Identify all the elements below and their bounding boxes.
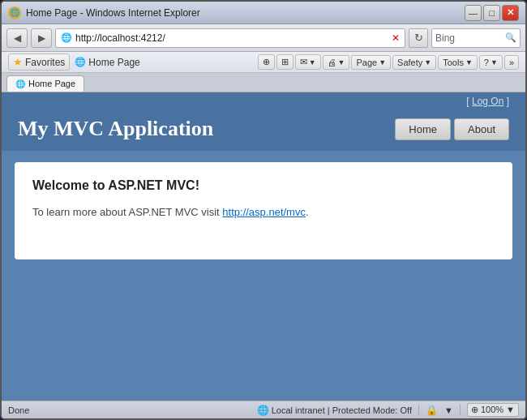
help-button[interactable]: ? ▼ — [479, 55, 503, 70]
safety-chevron: ▼ — [424, 58, 431, 66]
favorites-bar: ★ Favorites 🌐 Home Page ⊕ ⊞ ✉ ▼ 🖨 ▼ Page — [2, 52, 525, 73]
content-body-text: To learn more about ASP.NET MVC visit — [32, 206, 222, 218]
maximize-button[interactable]: □ — [483, 5, 500, 21]
tab-bar: 🌐 Home Page — [2, 73, 525, 92]
browser-icon: 🌐 — [8, 6, 21, 19]
print-chevron: ▼ — [338, 58, 345, 66]
close-button[interactable]: ✕ — [502, 5, 519, 21]
tab-label: Home Page — [28, 79, 75, 88]
page-chevron: ▼ — [379, 58, 386, 66]
feeds-icon: ⊞ — [281, 57, 289, 67]
search-box[interactable]: Bing 🔍 — [431, 28, 521, 48]
home-page-label: Home Page — [88, 57, 139, 68]
browser-window: 🌐 Home Page - Windows Internet Explorer … — [0, 0, 527, 420]
zoom-chevron: ▼ — [444, 405, 453, 415]
safety-label: Safety — [397, 58, 422, 67]
tools-label: Tools — [443, 58, 464, 67]
safety-menu-button[interactable]: Safety ▼ — [392, 55, 436, 70]
logon-link[interactable]: Log On — [472, 96, 503, 107]
address-favicon: 🌐 — [61, 32, 72, 43]
address-field[interactable]: 🌐 http://localhost:4212/ ✕ — [55, 28, 405, 48]
help-icon: ? — [484, 58, 489, 67]
browser-content: [ Log On ] My MVC Application Home About… — [2, 92, 525, 401]
address-text: http://localhost:4212/ — [75, 32, 388, 44]
more-icon: » — [509, 58, 514, 67]
address-bar: ◀ ▶ 🌐 http://localhost:4212/ ✕ ↻ Bing 🔍 — [2, 24, 525, 52]
search-icon[interactable]: 🔍 — [505, 32, 516, 43]
content-body-end: . — [306, 206, 309, 218]
zone-icon: 🌐 — [257, 405, 269, 416]
print-icon: 🖨 — [328, 58, 336, 67]
mail-button[interactable]: ✉ ▼ — [295, 54, 321, 70]
zoom-arrow: ▼ — [506, 405, 515, 414]
main-content: Welcome to ASP.NET MVC! To learn more ab… — [15, 162, 512, 259]
lock-icon: 🔒 — [426, 405, 438, 416]
window-controls: — □ ✕ — [465, 5, 519, 21]
about-nav-button[interactable]: About — [454, 118, 509, 140]
tab-favicon: 🌐 — [15, 79, 25, 88]
more-options-button[interactable]: » — [504, 55, 519, 70]
mail-icon: ✉ — [300, 57, 307, 67]
minimize-button[interactable]: — — [465, 5, 482, 21]
home-page-favorite[interactable]: 🌐 Home Page — [75, 57, 139, 68]
logon-area: [ Log On ] — [466, 96, 509, 107]
nav-bar: Home About — [395, 118, 509, 140]
status-text: Done — [8, 405, 252, 415]
status-separator — [418, 405, 419, 416]
add-favorites-button[interactable]: ⊕ — [258, 54, 275, 70]
favorites-label: Favorites — [25, 57, 65, 68]
refresh-button[interactable]: ↻ — [409, 28, 428, 48]
home-page-icon: 🌐 — [75, 57, 86, 67]
status-bar: Done 🌐 Local intranet | Protected Mode: … — [2, 401, 525, 418]
help-chevron: ▼ — [491, 58, 498, 66]
forward-button[interactable]: ▶ — [31, 28, 52, 48]
back-button[interactable]: ◀ — [6, 28, 28, 48]
tab-homepage[interactable]: 🌐 Home Page — [6, 75, 84, 92]
home-nav-button[interactable]: Home — [395, 118, 451, 140]
add-icon: ⊕ — [263, 57, 270, 67]
address-clear-button[interactable]: ✕ — [392, 32, 400, 44]
tools-chevron: ▼ — [465, 58, 473, 66]
logon-bar: [ Log On ] — [2, 92, 525, 107]
security-zone: 🌐 Local intranet | Protected Mode: Off — [257, 405, 412, 416]
feeds-button[interactable]: ⊞ — [276, 54, 293, 70]
tools-menu-button[interactable]: Tools ▼ — [438, 55, 478, 70]
page-label: Page — [356, 58, 377, 67]
app-header: My MVC Application Home About — [2, 107, 525, 151]
status-right: 🌐 Local intranet | Protected Mode: Off 🔒… — [257, 403, 519, 417]
title-bar-title: Home Page - Windows Internet Explorer — [26, 7, 200, 19]
zoom-label: 100% — [481, 405, 503, 414]
aspnet-mvc-link[interactable]: http://asp.net/mvc — [222, 206, 306, 218]
mail-chevron: ▼ — [309, 58, 316, 66]
star-icon: ★ — [13, 56, 23, 68]
content-heading: Welcome to ASP.NET MVC! — [32, 178, 495, 193]
zoom-icon: ⊕ — [471, 405, 478, 414]
zone-label: Local intranet | Protected Mode: Off — [272, 405, 412, 415]
title-bar: 🌐 Home Page - Windows Internet Explorer … — [2, 2, 525, 24]
toolbar-right: ⊕ ⊞ ✉ ▼ 🖨 ▼ Page ▼ Safety ▼ Tools — [258, 54, 519, 70]
app-title: My MVC Application — [18, 117, 213, 141]
bracket-open: [ — [466, 96, 472, 107]
page-menu-button[interactable]: Page ▼ — [351, 55, 391, 70]
print-button[interactable]: 🖨 ▼ — [323, 55, 350, 70]
content-body: To learn more about ASP.NET MVC visit ht… — [32, 204, 495, 221]
bracket-close: ] — [503, 96, 509, 107]
search-text: Bing — [435, 32, 503, 44]
favorites-button[interactable]: ★ Favorites — [8, 54, 70, 71]
status-separator-2 — [460, 405, 461, 416]
zoom-button[interactable]: ⊕ 100% ▼ — [467, 403, 519, 417]
title-bar-left: 🌐 Home Page - Windows Internet Explorer — [8, 6, 200, 19]
